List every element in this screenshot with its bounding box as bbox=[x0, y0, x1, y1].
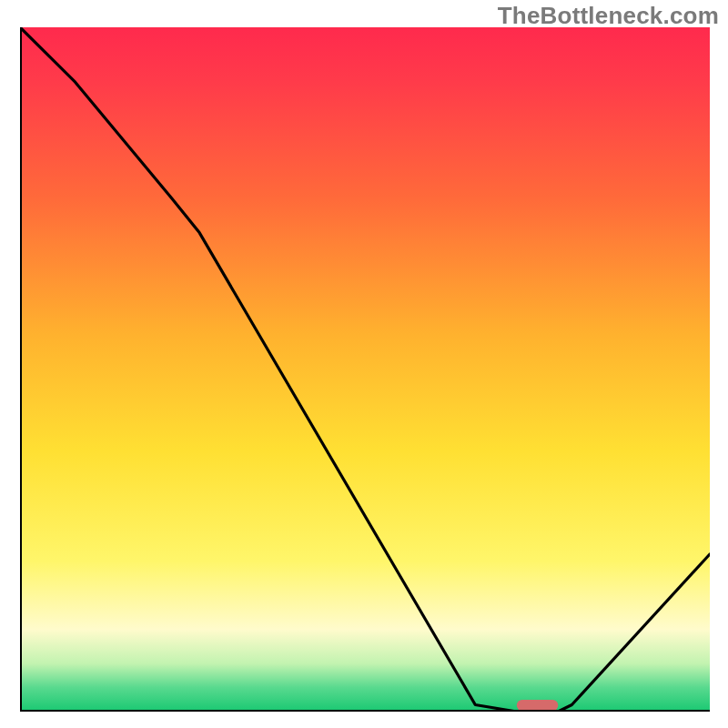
watermark-text: TheBottleneck.com bbox=[498, 2, 719, 30]
gradient-background bbox=[20, 27, 710, 712]
optimal-marker bbox=[517, 700, 559, 711]
chart-container: TheBottleneck.com bbox=[0, 0, 728, 728]
plot-area bbox=[20, 27, 710, 712]
chart-svg bbox=[20, 27, 710, 712]
